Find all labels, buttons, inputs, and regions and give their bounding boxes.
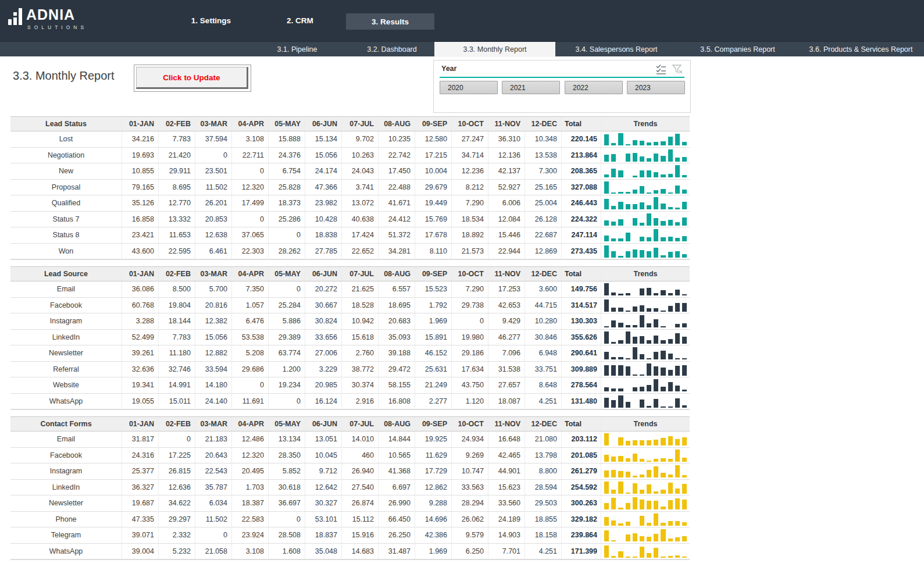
value-cell[interactable]: 29.679 xyxy=(415,180,452,195)
value-cell[interactable]: 35.093 xyxy=(379,330,415,345)
total-cell[interactable]: 201.085 xyxy=(562,448,601,463)
value-cell[interactable]: 19.693 xyxy=(122,148,159,163)
value-cell[interactable]: 26.815 xyxy=(159,463,195,479)
value-cell[interactable]: 18.087 xyxy=(488,394,525,409)
value-cell[interactable]: 18.837 xyxy=(305,527,342,543)
value-cell[interactable]: 36.327 xyxy=(122,480,159,495)
value-cell[interactable]: 53.538 xyxy=(232,330,269,345)
value-cell[interactable]: 1.792 xyxy=(415,298,452,313)
value-cell[interactable]: 22.944 xyxy=(488,244,525,259)
value-cell[interactable]: 25.631 xyxy=(415,362,452,377)
value-cell[interactable]: 12.486 xyxy=(232,432,269,447)
value-cell[interactable]: 21.058 xyxy=(195,544,232,559)
row-label-cell[interactable]: Negotiation xyxy=(10,148,122,163)
value-cell[interactable]: 21.249 xyxy=(415,377,452,393)
value-cell[interactable]: 31.817 xyxy=(122,432,159,447)
value-cell[interactable]: 6.476 xyxy=(232,313,269,329)
value-cell[interactable]: 22.303 xyxy=(232,244,269,259)
value-cell[interactable]: 18.838 xyxy=(305,227,342,243)
value-cell[interactable]: 17.729 xyxy=(415,463,452,479)
value-cell[interactable]: 1.200 xyxy=(269,362,305,377)
year-button-2020[interactable]: 2020 xyxy=(440,81,498,94)
row-label-cell[interactable]: Referral xyxy=(10,362,122,377)
value-cell[interactable]: 25.377 xyxy=(122,463,159,479)
value-cell[interactable]: 17.678 xyxy=(415,227,452,243)
total-cell[interactable]: 203.112 xyxy=(562,432,601,447)
value-cell[interactable]: 11.180 xyxy=(159,345,195,361)
value-cell[interactable]: 20.495 xyxy=(232,463,269,479)
value-cell[interactable]: 23.421 xyxy=(122,227,159,243)
value-cell[interactable]: 13.538 xyxy=(525,148,562,163)
value-cell[interactable]: 19.341 xyxy=(122,377,159,393)
subtab-pipeline[interactable]: 3.1. Pipeline xyxy=(245,42,349,57)
value-cell[interactable]: 53.101 xyxy=(305,512,342,527)
value-cell[interactable]: 14.683 xyxy=(342,544,379,559)
subtab-salespersons-report[interactable]: 3.4. Salespersons Report xyxy=(555,42,677,57)
value-cell[interactable]: 0 xyxy=(269,281,305,297)
value-cell[interactable]: 12.862 xyxy=(415,480,452,495)
value-cell[interactable]: 15.916 xyxy=(342,527,379,543)
value-cell[interactable]: 0 xyxy=(269,227,305,243)
value-cell[interactable]: 5.232 xyxy=(159,544,195,559)
value-cell[interactable]: 19.055 xyxy=(122,394,159,409)
value-cell[interactable]: 1.057 xyxy=(232,298,269,313)
value-cell[interactable]: 30.846 xyxy=(525,330,562,345)
row-label-cell[interactable]: Lost xyxy=(10,131,122,147)
value-cell[interactable]: 18.695 xyxy=(379,298,415,313)
value-cell[interactable]: 8.648 xyxy=(525,377,562,393)
value-cell[interactable]: 26.250 xyxy=(379,527,415,543)
value-cell[interactable]: 20.683 xyxy=(379,313,415,329)
value-cell[interactable]: 12.636 xyxy=(159,480,195,495)
value-cell[interactable]: 44.715 xyxy=(525,298,562,313)
value-cell[interactable]: 2.760 xyxy=(342,345,379,361)
value-cell[interactable]: 0 xyxy=(232,163,269,179)
value-cell[interactable]: 7.290 xyxy=(452,195,488,211)
value-cell[interactable]: 33.751 xyxy=(525,362,562,377)
row-label-cell[interactable]: Instagram xyxy=(10,313,122,329)
value-cell[interactable]: 11.502 xyxy=(195,512,232,527)
value-cell[interactable]: 0 xyxy=(195,527,232,543)
year-button-2021[interactable]: 2021 xyxy=(502,81,560,94)
value-cell[interactable]: 15.769 xyxy=(415,212,452,227)
value-cell[interactable]: 41.368 xyxy=(379,463,415,479)
value-cell[interactable]: 42.137 xyxy=(488,163,525,179)
value-cell[interactable]: 26.990 xyxy=(379,495,415,511)
value-cell[interactable]: 29.389 xyxy=(269,330,305,345)
value-cell[interactable]: 23.982 xyxy=(305,195,342,211)
value-cell[interactable]: 28.262 xyxy=(269,244,305,259)
row-label-cell[interactable]: Phone xyxy=(10,512,122,527)
value-cell[interactable]: 66.450 xyxy=(379,512,415,527)
value-cell[interactable]: 29.503 xyxy=(525,495,562,511)
subtab-dashboard[interactable]: 3.2. Dashboard xyxy=(349,42,434,57)
value-cell[interactable]: 7.300 xyxy=(525,163,562,179)
total-cell[interactable]: 130.303 xyxy=(562,313,601,329)
value-cell[interactable]: 35.787 xyxy=(195,480,232,495)
value-cell[interactable]: 26.062 xyxy=(452,512,488,527)
value-cell[interactable]: 46.277 xyxy=(488,330,525,345)
value-cell[interactable]: 27.540 xyxy=(342,480,379,495)
value-cell[interactable]: 52.927 xyxy=(488,180,525,195)
total-cell[interactable]: 213.864 xyxy=(562,148,601,163)
value-cell[interactable]: 0 xyxy=(195,148,232,163)
value-cell[interactable]: 24.934 xyxy=(452,432,488,447)
value-cell[interactable]: 3.741 xyxy=(342,180,379,195)
value-cell[interactable]: 24.043 xyxy=(342,163,379,179)
value-cell[interactable]: 16.858 xyxy=(122,212,159,227)
value-cell[interactable]: 31.538 xyxy=(488,362,525,377)
value-cell[interactable]: 30.618 xyxy=(269,480,305,495)
value-cell[interactable]: 15.891 xyxy=(415,330,452,345)
value-cell[interactable]: 6.006 xyxy=(488,195,525,211)
tab-crm[interactable]: 2. CRM xyxy=(256,0,344,41)
value-cell[interactable]: 19.980 xyxy=(452,330,488,345)
year-button-2023[interactable]: 2023 xyxy=(627,81,685,94)
value-cell[interactable]: 10.428 xyxy=(305,212,342,227)
value-cell[interactable]: 29.911 xyxy=(159,163,195,179)
value-cell[interactable]: 12.236 xyxy=(452,163,488,179)
value-cell[interactable]: 63.774 xyxy=(269,345,305,361)
value-cell[interactable]: 22.543 xyxy=(195,463,232,479)
value-cell[interactable]: 13.072 xyxy=(342,195,379,211)
value-cell[interactable]: 21.625 xyxy=(342,281,379,297)
value-cell[interactable]: 26.874 xyxy=(342,495,379,511)
value-cell[interactable]: 11.653 xyxy=(159,227,195,243)
value-cell[interactable]: 5.852 xyxy=(269,463,305,479)
